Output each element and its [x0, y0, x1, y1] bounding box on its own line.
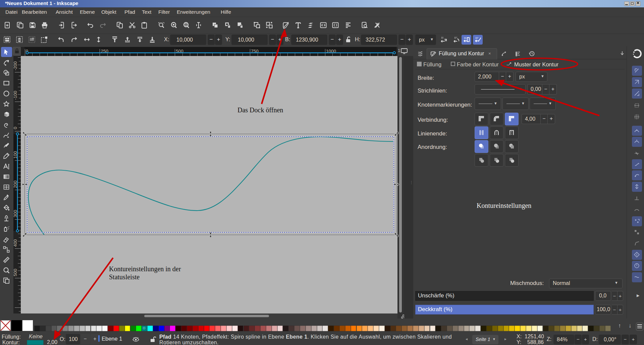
svg-text:0: 0 [13, 127, 18, 129]
svg-text:-100: -100 [13, 91, 18, 100]
svg-text:400: 400 [13, 239, 18, 247]
svg-text:500: 500 [13, 269, 18, 276]
svg-text:-200: -200 [13, 61, 18, 70]
